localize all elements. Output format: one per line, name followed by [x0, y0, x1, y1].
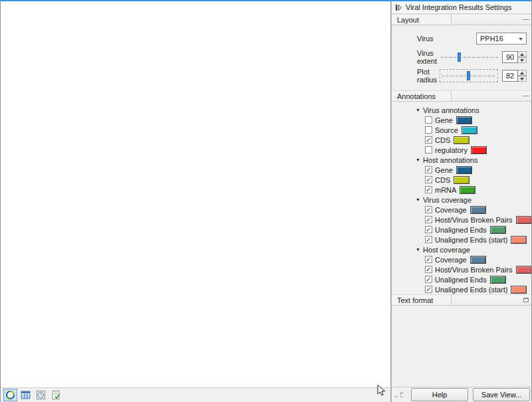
checkbox[interactable]: ✓	[425, 226, 432, 233]
table-view-icon	[20, 389, 31, 401]
virus-row: Virus PPH16	[392, 29, 532, 48]
collapse-caret-icon[interactable]: ▼	[416, 247, 420, 252]
checkbox[interactable]: ✓	[425, 216, 432, 223]
plot-radius-label: Plot radius	[417, 68, 440, 84]
element-info-view-icon	[51, 389, 62, 401]
annotation-item-label: regulatory	[435, 146, 467, 154]
slider-track	[441, 57, 498, 58]
chevron-down-icon	[519, 38, 523, 41]
checkbox[interactable]: ✓	[425, 166, 432, 173]
spin-up-button[interactable]	[518, 70, 527, 76]
virus-extent-spinner[interactable]: 90	[502, 51, 527, 63]
collapse-section-icon[interactable]: —	[523, 92, 529, 98]
color-swatch[interactable]	[456, 116, 472, 124]
float-panel-icon[interactable]	[400, 391, 404, 399]
annotation-item-host-virus-broken-pairs: ✓Host/Virus Broken Pairs	[392, 264, 532, 274]
virus-extent-slider[interactable]	[441, 52, 498, 62]
annotation-item-coverage: ✓Coverage	[392, 205, 532, 215]
annotation-group-virus-annotations[interactable]: ▼Virus annotations	[392, 105, 532, 115]
color-swatch[interactable]	[490, 276, 506, 284]
collapse-caret-icon[interactable]: ▼	[416, 108, 420, 112]
color-swatch[interactable]	[516, 216, 532, 224]
spin-up-button[interactable]	[518, 51, 527, 57]
plot-radius-spinner[interactable]: 82	[502, 70, 527, 82]
plot-radius-slider[interactable]	[442, 70, 495, 81]
checkbox[interactable]	[425, 126, 432, 134]
layout-section-header[interactable]: Layout —	[392, 14, 532, 25]
color-swatch[interactable]	[460, 186, 475, 194]
checkbox[interactable]: ✓	[425, 136, 432, 144]
color-swatch[interactable]	[516, 266, 532, 274]
history-view-button[interactable]	[34, 389, 48, 401]
checkbox[interactable]	[425, 116, 432, 124]
circular-plot-area[interactable]	[1, 1, 390, 387]
color-swatch[interactable]	[462, 126, 477, 134]
annotation-group-host-coverage[interactable]: ▼Host coverage	[392, 245, 532, 254]
annotation-item-label: Gene	[435, 116, 453, 124]
plot-radius-value[interactable]: 82	[502, 70, 518, 82]
slider-handle[interactable]	[458, 52, 461, 62]
annotation-item-label: CDS	[435, 136, 450, 144]
annotation-group-label: Virus annotations	[423, 106, 479, 114]
save-view-button[interactable]: Save View...	[473, 388, 530, 401]
annotation-item-unaligned-ends-start: ✓Unaligned Ends (start)	[392, 284, 532, 294]
color-swatch[interactable]	[456, 166, 472, 174]
color-swatch[interactable]	[470, 206, 486, 214]
color-swatch[interactable]	[511, 236, 527, 244]
circular-plot[interactable]	[1, 1, 391, 389]
collapse-caret-icon[interactable]: ▼	[416, 197, 420, 202]
collapse-caret-icon[interactable]: ▼	[416, 157, 420, 162]
annotation-item-label: Unaligned Ends (start)	[435, 236, 507, 244]
annotation-group-host-annotations[interactable]: ▼Host annotations	[392, 155, 532, 165]
annotation-item-label: Coverage	[435, 256, 467, 264]
annotations-section-label: Annotations	[392, 91, 452, 101]
spin-down-button[interactable]	[518, 57, 527, 63]
checkbox[interactable]: ✓	[425, 256, 432, 263]
table-view-button[interactable]	[19, 389, 33, 401]
color-swatch[interactable]	[471, 146, 487, 154]
help-button[interactable]: Help	[411, 388, 468, 401]
annotations-tree: ▼Virus annotationsGeneSource✓CDSregulato…	[392, 102, 532, 294]
annotation-item-label: Source	[435, 126, 458, 134]
annotations-section-header[interactable]: Annotations —	[392, 90, 532, 102]
annotation-item-gene: ✓Gene	[392, 165, 532, 175]
settings-panel: Viral Integration Results Settings Layou…	[392, 1, 532, 402]
expand-section-icon[interactable]	[523, 298, 529, 302]
annotation-group-virus-coverage[interactable]: ▼Virus coverage	[392, 195, 532, 205]
color-swatch[interactable]	[490, 226, 506, 234]
checkbox[interactable]: ✓	[425, 286, 432, 293]
virus-dropdown[interactable]: PPH16	[476, 33, 527, 45]
circular-view-button[interactable]	[3, 389, 17, 401]
checkbox[interactable]	[425, 146, 432, 153]
down-arrow-icon	[520, 78, 524, 80]
element-info-view-button[interactable]	[49, 389, 63, 401]
annotation-item-source: Source	[392, 125, 532, 135]
history-view-icon	[35, 389, 47, 401]
color-swatch[interactable]	[511, 286, 527, 294]
color-swatch[interactable]	[454, 136, 469, 144]
spin-down-button[interactable]	[518, 76, 527, 82]
virus-extent-row: Virus extent 90	[392, 48, 532, 66]
down-arrow-icon	[520, 59, 524, 62]
checkbox[interactable]: ✓	[425, 236, 432, 243]
checkbox[interactable]: ✓	[425, 266, 432, 273]
up-arrow-icon	[520, 72, 524, 74]
slider-handle[interactable]	[467, 71, 470, 80]
annotation-item-host-virus-broken-pairs: ✓Host/Virus Broken Pairs	[392, 215, 532, 225]
annotation-group-label: Virus coverage	[423, 196, 471, 204]
color-swatch[interactable]	[470, 256, 486, 264]
checkbox[interactable]: ✓	[425, 176, 432, 183]
settings-panel-header[interactable]: Viral Integration Results Settings	[392, 1, 532, 14]
annotation-item-label: Host/Virus Broken Pairs	[435, 266, 513, 274]
checkbox[interactable]: ✓	[425, 186, 432, 193]
virus-extent-value[interactable]: 90	[502, 51, 518, 63]
text-format-section-header[interactable]: Text format	[392, 294, 532, 306]
collapse-section-icon[interactable]: —	[523, 16, 529, 22]
slider-focus-outline	[440, 69, 498, 82]
dock-panel-icon[interactable]	[406, 391, 409, 399]
checkbox[interactable]: ✓	[425, 206, 432, 213]
minimize-panel-icon[interactable]	[394, 391, 398, 399]
sidebar-toggle-icon[interactable]	[395, 4, 402, 11]
color-swatch[interactable]	[454, 176, 469, 184]
checkbox[interactable]: ✓	[425, 276, 432, 283]
